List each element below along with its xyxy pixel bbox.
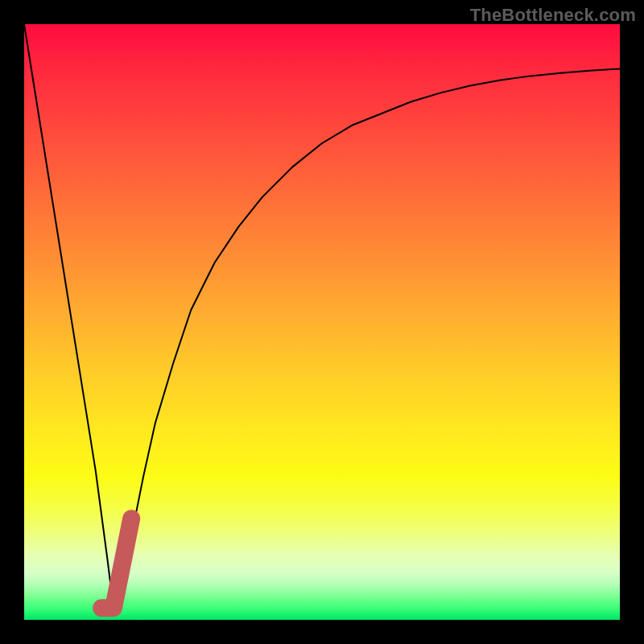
highlight-segment	[101, 518, 131, 608]
watermark-text: TheBottleneck.com	[470, 5, 636, 26]
curve-line	[24, 24, 620, 608]
chart-svg	[24, 24, 620, 620]
chart-frame: TheBottleneck.com	[0, 0, 644, 644]
